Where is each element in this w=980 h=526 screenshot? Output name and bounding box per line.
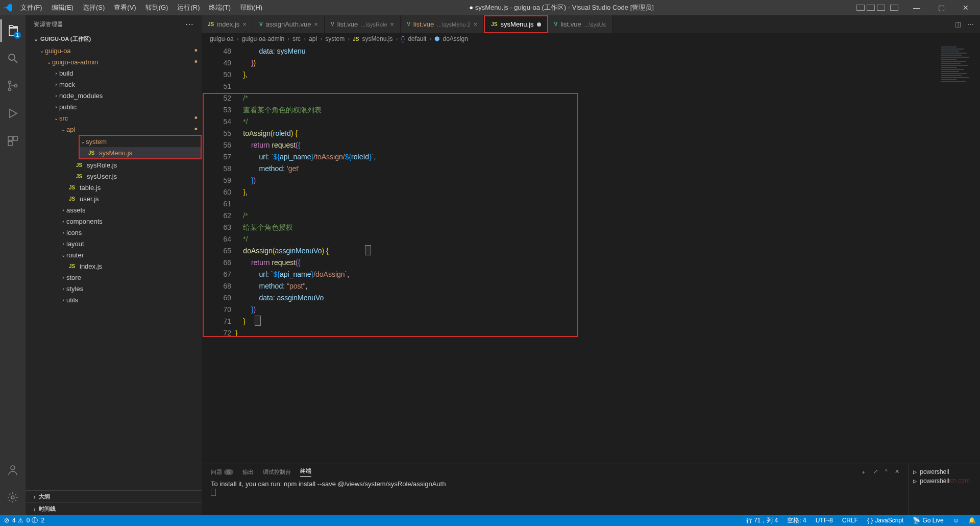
folder-admin[interactable]: ⌄guigu-oa-admin• <box>26 56 202 67</box>
breadcrumb-item[interactable]: default <box>408 35 426 42</box>
folder-mock[interactable]: ›mock <box>26 79 202 90</box>
status-spaces[interactable]: 空格: 4 <box>787 516 806 525</box>
status-encoding[interactable]: UTF-8 <box>816 517 833 524</box>
panel-tab-problems[interactable]: 问题6 <box>211 468 233 476</box>
breadcrumb-item[interactable]: guigu-oa <box>210 35 234 42</box>
split-editor-icon[interactable]: ◫ <box>955 20 961 28</box>
timeline-section[interactable]: ›时间线 <box>26 503 202 515</box>
editor-tab[interactable]: Vlist.vue ...\sysRole× <box>325 15 401 33</box>
folder-icons[interactable]: ›icons <box>26 227 202 238</box>
folder-public[interactable]: ›public <box>26 101 202 112</box>
folder-router[interactable]: ⌄router <box>26 249 202 260</box>
svg-point-7 <box>11 466 15 470</box>
panel-close-icon[interactable]: ✕ <box>895 468 899 476</box>
menu-item[interactable]: 编辑(E) <box>47 2 78 13</box>
folder-components[interactable]: ›components <box>26 216 202 227</box>
folder-guigu-oa[interactable]: ⌄guigu-oa• <box>26 45 202 56</box>
folder-node_modules[interactable]: ›node_modules <box>26 90 202 101</box>
vscode-icon <box>4 4 12 12</box>
folder-store[interactable]: ›store <box>26 272 202 283</box>
window-close-button[interactable]: ✕ <box>955 4 976 12</box>
tab-more-icon[interactable]: ⋯ <box>967 20 974 28</box>
layout-bottom-icon[interactable] <box>867 5 875 11</box>
terminal-cursor <box>211 489 216 496</box>
folder-layout[interactable]: ›layout <box>26 238 202 249</box>
terminal-body[interactable]: To install it, you can run: npm install … <box>202 478 909 515</box>
sidebar: 资源管理器 ⋯ ⌄GUIGU-OA (工作区) ⌄guigu-oa• ⌄guig… <box>26 15 202 515</box>
panel-tab-debug[interactable]: 调试控制台 <box>263 468 291 476</box>
menu-item[interactable]: 终端(T) <box>205 2 235 13</box>
tab-close-icon[interactable]: × <box>314 20 318 28</box>
breadcrumb-item[interactable]: sysMenu.js <box>362 35 393 42</box>
status-position[interactable]: 行 71，列 4 <box>746 516 778 525</box>
layout-custom-icon[interactable] <box>890 5 898 11</box>
folder-styles[interactable]: ›styles <box>26 283 202 294</box>
editor-tab[interactable]: Vlist.vue ...\sysMenu 2× <box>401 15 484 33</box>
status-errors[interactable]: 4 0 2 <box>4 516 44 525</box>
panel-split-icon[interactable]: ⤢ <box>873 468 878 476</box>
sidebar-more-icon[interactable]: ⋯ <box>185 19 194 29</box>
titlebar: 文件(F)编辑(E)选择(S)查看(V)转到(G)运行(R)终端(T)帮助(H)… <box>0 0 980 15</box>
tab-close-icon[interactable]: × <box>242 20 247 28</box>
folder-utils[interactable]: ›utils <box>26 294 202 305</box>
terminal-item[interactable]: ▷powershell <box>913 476 976 486</box>
file-sysrole[interactable]: JSsysRole.js <box>26 159 202 171</box>
breadcrumb-item[interactable]: api <box>309 35 317 42</box>
status-bell-icon[interactable]: 🔔 <box>968 517 976 524</box>
layout-left-icon[interactable] <box>856 5 865 11</box>
status-eol[interactable]: CRLF <box>842 517 858 524</box>
minimap[interactable] <box>934 44 980 464</box>
layout-toggles[interactable] <box>856 5 898 11</box>
file-sysuser[interactable]: JSsysUser.js <box>26 171 202 182</box>
menu-item[interactable]: 文件(F) <box>16 2 46 13</box>
status-feedback-icon[interactable]: ☺ <box>953 517 959 524</box>
menu-item[interactable]: 运行(R) <box>173 2 204 13</box>
status-language[interactable]: { } JavaScript <box>867 517 903 524</box>
menu-item[interactable]: 选择(S) <box>79 2 109 13</box>
file-sysmenu[interactable]: JSsysMenu.js <box>80 147 201 158</box>
activity-debug[interactable] <box>1 102 25 125</box>
folder-src[interactable]: ⌄src• <box>26 112 202 124</box>
outline-section[interactable]: ›大纲 <box>26 490 202 503</box>
breadcrumb-item[interactable]: guigu-oa-admin <box>242 35 284 42</box>
tab-close-icon[interactable]: × <box>474 20 478 28</box>
activity-scm[interactable] <box>1 75 25 97</box>
file-table[interactable]: JStable.js <box>26 182 202 193</box>
breadcrumb-item[interactable]: system <box>325 35 345 42</box>
menu-item[interactable]: 查看(V) <box>110 2 140 13</box>
folder-api[interactable]: ⌄api• <box>26 124 202 135</box>
editor-tab[interactable]: Vlist.vue ...\sysUs <box>548 15 612 33</box>
menu-item[interactable]: 帮助(H) <box>236 2 266 13</box>
editor-tab[interactable]: JSsysMenu.js <box>484 15 548 33</box>
breadcrumb-item[interactable]: doAssign <box>443 35 468 42</box>
svg-point-0 <box>9 54 15 60</box>
breadcrumbs[interactable]: guigu-oa›guigu-oa-admin›src›api›system›J… <box>202 33 980 44</box>
window-maximize-button[interactable]: ▢ <box>931 4 951 12</box>
workspace-header[interactable]: ⌄GUIGU-OA (工作区) <box>26 33 202 45</box>
activity-search[interactable] <box>1 47 25 69</box>
breadcrumb-item[interactable]: src <box>292 35 301 42</box>
panel-tab-output[interactable]: 输出 <box>242 468 254 476</box>
tab-close-icon[interactable]: × <box>390 20 395 28</box>
editor-tab[interactable]: VassignAuth.vue× <box>253 15 325 33</box>
file-user[interactable]: JSuser.js <box>26 193 202 204</box>
window-minimize-button[interactable]: — <box>906 4 927 12</box>
panel-maximize-icon[interactable]: ^ <box>885 468 888 476</box>
editor-tab[interactable]: JSindex.js× <box>202 15 253 33</box>
code-content[interactable]: data: sysMenu }) }, /* 查看某个角色的权限列表 */ to… <box>231 44 980 464</box>
status-golive[interactable]: 📡 Go Live <box>913 517 943 524</box>
activity-explorer[interactable]: 1 <box>1 19 25 42</box>
terminal-item[interactable]: ▷powershell <box>913 467 976 476</box>
activity-extensions[interactable] <box>1 130 25 152</box>
panel-tab-terminal[interactable]: 终端 <box>300 467 311 477</box>
folder-system[interactable]: ⌄system <box>80 136 201 147</box>
file-router-index[interactable]: JSindex.js <box>26 260 202 272</box>
panel-new-terminal-icon[interactable]: ＋ <box>861 468 866 476</box>
folder-build[interactable]: ›build <box>26 67 202 79</box>
code-editor[interactable]: 4849505152535455565758596061626364656667… <box>202 44 980 464</box>
activity-account[interactable] <box>1 459 25 481</box>
menu-item[interactable]: 转到(G) <box>141 2 173 13</box>
activity-settings[interactable] <box>1 486 25 509</box>
layout-right-icon[interactable] <box>877 5 885 11</box>
folder-assets[interactable]: ›assets <box>26 204 202 216</box>
